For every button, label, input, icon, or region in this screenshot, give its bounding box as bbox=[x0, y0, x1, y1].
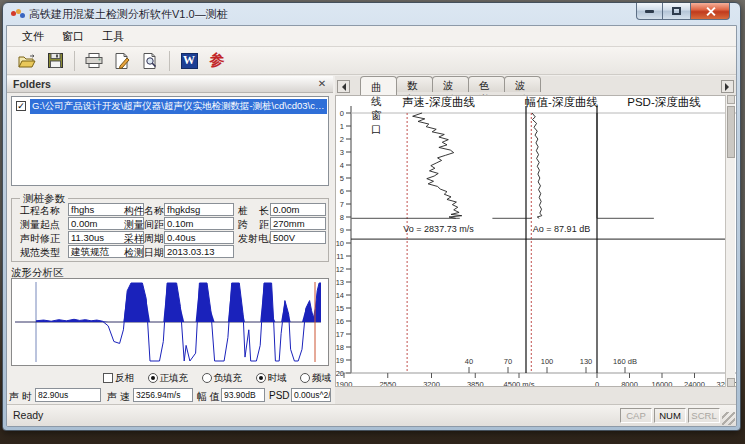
save-button[interactable] bbox=[43, 49, 67, 73]
depth-tick-label: 19 bbox=[336, 356, 344, 365]
open-file-button[interactable] bbox=[15, 49, 39, 73]
list-item[interactable]: ✓G:\公司产品设计开发\超声仪器\超声仪实地检测数据-测桩\cd\cd03\c… bbox=[16, 99, 327, 113]
x-tick-label: 8000 bbox=[621, 380, 638, 386]
x-tick-label: 3850 bbox=[467, 380, 484, 386]
maximize-button[interactable] bbox=[663, 3, 690, 20]
param-label: 跨 距 bbox=[238, 218, 269, 232]
domain-option-0[interactable]: 时域 bbox=[256, 372, 287, 385]
readout-value[interactable]: 0.00us^2/m bbox=[291, 388, 331, 402]
x-tick-label: 4500 m/s bbox=[504, 380, 535, 386]
depth-tick-label: 16 bbox=[336, 317, 344, 326]
scrollbar-thumb[interactable] bbox=[727, 106, 735, 158]
x-tick-label: 2550 bbox=[379, 380, 396, 386]
chart-annotation: Vo = 2837.73 m/s bbox=[403, 224, 474, 234]
menu-item-1[interactable]: 窗口 bbox=[53, 27, 93, 46]
panel-close-icon[interactable]: ✕ bbox=[315, 77, 329, 91]
fill-option-0[interactable]: 正填充 bbox=[148, 372, 189, 385]
parameters-icon: 参 bbox=[210, 51, 225, 70]
client-area: 文件窗口工具 bbox=[6, 25, 737, 427]
desktop: 高铁建用混凝土检测分析软件V1.0—测桩 文件窗口工具 bbox=[0, 0, 745, 444]
folders-panel: Folders ✕ ✓G:\公司产品设计开发\超声仪器\超声仪实地检测数据-测桩… bbox=[7, 76, 333, 404]
close-button[interactable] bbox=[690, 3, 730, 20]
arrow-right-icon bbox=[725, 83, 733, 91]
pile-params-groupbox: 测桩参数 工程名称fhghs构件名称fhgkdsg桩 长0.00m测量起点0.0… bbox=[11, 198, 329, 262]
param-value[interactable]: 500V bbox=[270, 231, 326, 244]
readout-value[interactable]: 3256.94m/s bbox=[133, 388, 193, 402]
title-bar[interactable]: 高铁建用混凝土检测分析软件V1.0—测桩 bbox=[3, 3, 740, 25]
tab-0[interactable]: 曲线窗口 bbox=[360, 76, 397, 95]
param-label: 工程名称 bbox=[20, 204, 60, 218]
tab-2[interactable]: 波列窗口 bbox=[432, 76, 469, 92]
param-label: 构件名称 bbox=[124, 204, 164, 218]
tab-scroll-left-button[interactable] bbox=[337, 80, 350, 93]
floppy-disk-icon bbox=[48, 53, 63, 68]
resize-grip[interactable] bbox=[722, 412, 735, 425]
invert-checkbox[interactable]: 反相 bbox=[103, 372, 134, 385]
print-setup-button[interactable] bbox=[110, 49, 134, 73]
domain-option-label: 频域 bbox=[312, 372, 331, 385]
toolbar: W 参 bbox=[7, 47, 736, 75]
chart-title: PSD-深度曲线 bbox=[627, 96, 701, 108]
tab-1[interactable]: 数据窗口 bbox=[396, 76, 433, 92]
menu-item-0[interactable]: 文件 bbox=[13, 27, 53, 46]
param-value[interactable]: 270mm bbox=[270, 217, 326, 230]
depth-tick-label: 10 bbox=[336, 239, 344, 248]
fill-option-1[interactable]: 负填充 bbox=[202, 372, 243, 385]
app-icon bbox=[11, 8, 25, 20]
domain-option-1[interactable]: 频域 bbox=[300, 372, 331, 385]
vertical-scrollbar[interactable] bbox=[725, 95, 735, 387]
param-label: 桩 长 bbox=[238, 204, 269, 218]
menu-item-2[interactable]: 工具 bbox=[93, 27, 133, 46]
tab-4[interactable]: 波列影像 bbox=[504, 76, 541, 92]
folders-list[interactable]: ✓G:\公司产品设计开发\超声仪器\超声仪实地检测数据-测桩\cd\cd03\c… bbox=[11, 96, 329, 186]
depth-tick-label: 5 bbox=[340, 174, 344, 183]
depth-tick-label: 7 bbox=[340, 200, 344, 209]
chart-panel: 曲线窗口数据窗口波列窗口色谱窗口波列影像 0123456789101112131… bbox=[335, 76, 736, 404]
param-label: 声时修正 bbox=[20, 232, 60, 246]
x-tick-label: 24000 bbox=[684, 380, 705, 386]
window-title: 高铁建用混凝土检测分析软件V1.0—测桩 bbox=[29, 7, 228, 22]
readout-label: PSD bbox=[269, 390, 290, 401]
print-preview-button[interactable] bbox=[138, 49, 162, 73]
param-value[interactable]: 2013.03.13 bbox=[164, 245, 234, 258]
status-bar: Ready CAPNUMSCRL bbox=[7, 404, 736, 426]
print-button[interactable] bbox=[82, 49, 106, 73]
scroll-down-icon[interactable] bbox=[727, 378, 735, 387]
open-folder-icon bbox=[18, 54, 36, 68]
export-word-button[interactable]: W bbox=[177, 49, 201, 73]
item-checkbox[interactable]: ✓ bbox=[16, 101, 26, 111]
x-tick-label: 3200 bbox=[423, 380, 440, 386]
depth-tick-label: 0 bbox=[340, 109, 344, 118]
chart-title: 幅值-深度曲线 bbox=[525, 96, 598, 108]
parameters-button[interactable]: 参 bbox=[205, 49, 229, 73]
param-value[interactable]: 0.00m bbox=[270, 203, 326, 216]
page-pencil-icon bbox=[114, 53, 130, 69]
param-value[interactable]: 0.10m bbox=[164, 217, 234, 230]
depth-tick-label: 17 bbox=[336, 330, 344, 339]
status-indicators: CAPNUMSCRL bbox=[618, 408, 720, 423]
status-indicator-scrl: SCRL bbox=[688, 408, 720, 423]
waveform-canvas bbox=[12, 279, 328, 365]
word-icon: W bbox=[181, 53, 198, 69]
scroll-up-icon[interactable] bbox=[727, 95, 735, 104]
x-tick-label: 100 bbox=[541, 357, 554, 366]
readout-value[interactable]: 93.90dB bbox=[221, 388, 265, 402]
radio-icon bbox=[300, 373, 310, 383]
param-value[interactable]: 0.40us bbox=[164, 231, 234, 244]
waveform-box[interactable] bbox=[11, 278, 329, 366]
tab-scroll-right-button[interactable] bbox=[721, 80, 734, 93]
x-tick-label: 40 bbox=[465, 357, 473, 366]
amplitude-depth-curve bbox=[532, 113, 542, 218]
folders-panel-header[interactable]: Folders ✕ bbox=[7, 76, 333, 93]
chart-area[interactable]: 01234567891011121314151617181920声速-深度曲线1… bbox=[335, 95, 737, 387]
readout-label: 声 时 bbox=[9, 390, 32, 404]
depth-tick-label: 9 bbox=[340, 226, 344, 235]
readout-row: 声 时82.90us声 速3256.94m/s幅 值93.90dBPSD0.00… bbox=[7, 388, 333, 403]
readout-value[interactable]: 82.90us bbox=[35, 388, 101, 402]
close-icon bbox=[706, 7, 715, 16]
depth-tick-label: 12 bbox=[336, 265, 344, 274]
tab-3[interactable]: 色谱窗口 bbox=[468, 76, 505, 92]
depth-tick-label: 8 bbox=[340, 213, 344, 222]
param-value[interactable]: fhgkdsg bbox=[164, 203, 234, 216]
minimize-button[interactable] bbox=[636, 3, 663, 20]
